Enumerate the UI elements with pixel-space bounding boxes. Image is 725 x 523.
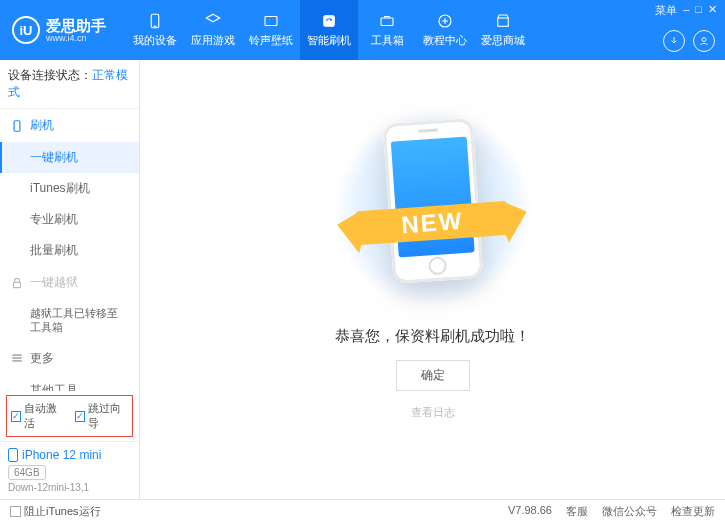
svg-rect-2 (265, 17, 277, 26)
phone-icon (146, 12, 164, 30)
maximize-button[interactable]: □ (695, 3, 702, 18)
sidebar-item-other-tools[interactable]: 其他工具 (0, 375, 139, 391)
svg-point-7 (702, 38, 706, 42)
sidebar: 设备连接状态：正常模式 刷机 一键刷机 iTunes刷机 专业刷机 批量刷机 一… (0, 60, 140, 499)
wechat-link[interactable]: 微信公众号 (602, 504, 657, 519)
sidebar-item-itunes-flash[interactable]: iTunes刷机 (0, 173, 139, 204)
close-button[interactable]: ✕ (708, 3, 717, 18)
success-message: 恭喜您，保资料刷机成功啦！ (335, 327, 530, 346)
svg-rect-8 (14, 120, 20, 131)
connection-status: 设备连接状态：正常模式 (0, 60, 139, 109)
confirm-button[interactable]: 确定 (396, 360, 470, 391)
folder-icon (262, 12, 280, 30)
menu-icon[interactable]: 菜单 (655, 3, 677, 18)
svg-rect-9 (14, 282, 21, 287)
svg-rect-6 (498, 18, 509, 26)
main-content: NEW 恭喜您，保资料刷机成功啦！ 确定 查看日志 (140, 60, 725, 499)
brand-url: www.i4.cn (46, 33, 106, 43)
options-box: ✓自动激活 ✓跳过向导 (6, 395, 133, 437)
check-icon: ✓ (11, 411, 21, 422)
book-icon (436, 12, 454, 30)
top-circle-buttons (663, 30, 715, 52)
section-more[interactable]: 更多 (0, 342, 139, 375)
phone-icon (8, 448, 18, 462)
brand-name: 爱思助手 (46, 18, 106, 33)
list-icon (10, 351, 24, 365)
apps-icon (204, 12, 222, 30)
sidebar-item-oneclick-flash[interactable]: 一键刷机 (0, 142, 139, 173)
storage-badge: 64GB (8, 465, 46, 480)
nav-apps[interactable]: 应用游戏 (184, 0, 242, 60)
svg-text:NEW: NEW (400, 207, 464, 238)
svg-rect-3 (324, 16, 335, 27)
section-flash[interactable]: 刷机 (0, 109, 139, 142)
customer-service-link[interactable]: 客服 (566, 504, 588, 519)
lock-icon (10, 276, 24, 290)
check-icon: ✓ (75, 411, 85, 422)
section-jailbreak[interactable]: 一键越狱 (0, 266, 139, 299)
user-button[interactable] (693, 30, 715, 52)
check-update-link[interactable]: 检查更新 (671, 504, 715, 519)
toolbox-icon (378, 12, 396, 30)
svg-rect-4 (381, 18, 393, 26)
sidebar-item-batch-flash[interactable]: 批量刷机 (0, 235, 139, 266)
brand: iU 爱思助手 www.i4.cn (0, 16, 118, 44)
top-nav: 我的设备 应用游戏 铃声壁纸 智能刷机 工具箱 教程中心 爱思商城 (126, 0, 532, 60)
checkbox-block-itunes[interactable]: 阻止iTunes运行 (10, 504, 101, 519)
view-log-link[interactable]: 查看日志 (411, 405, 455, 420)
nav-my-device[interactable]: 我的设备 (126, 0, 184, 60)
refresh-icon (320, 12, 338, 30)
device-meta: Down-12mini-13,1 (8, 482, 131, 493)
checkbox-icon (10, 506, 21, 517)
device-name: iPhone 12 mini (8, 448, 131, 462)
minimize-button[interactable]: – (683, 3, 689, 18)
title-bar: iU 爱思助手 www.i4.cn 我的设备 应用游戏 铃声壁纸 智能刷机 工具… (0, 0, 725, 60)
checkbox-skip-guide[interactable]: ✓跳过向导 (75, 401, 129, 431)
phone-icon (10, 119, 24, 133)
success-illustration: NEW (333, 109, 533, 309)
version-label: V7.98.66 (508, 504, 552, 519)
nav-toolbox[interactable]: 工具箱 (358, 0, 416, 60)
checkbox-auto-activate[interactable]: ✓自动激活 (11, 401, 65, 431)
device-info[interactable]: iPhone 12 mini 64GB Down-12mini-13,1 (0, 441, 139, 499)
nav-flash[interactable]: 智能刷机 (300, 0, 358, 60)
download-button[interactable] (663, 30, 685, 52)
logo-icon: iU (12, 16, 40, 44)
nav-store[interactable]: 爱思商城 (474, 0, 532, 60)
nav-tutorials[interactable]: 教程中心 (416, 0, 474, 60)
window-controls: 菜单 – □ ✕ (655, 3, 717, 18)
status-bar: 阻止iTunes运行 V7.98.66 客服 微信公众号 检查更新 (0, 499, 725, 523)
nav-ringtones[interactable]: 铃声壁纸 (242, 0, 300, 60)
store-icon (494, 12, 512, 30)
sidebar-item-pro-flash[interactable]: 专业刷机 (0, 204, 139, 235)
sidebar-item-jailbreak-note: 越狱工具已转移至 工具箱 (0, 299, 139, 342)
